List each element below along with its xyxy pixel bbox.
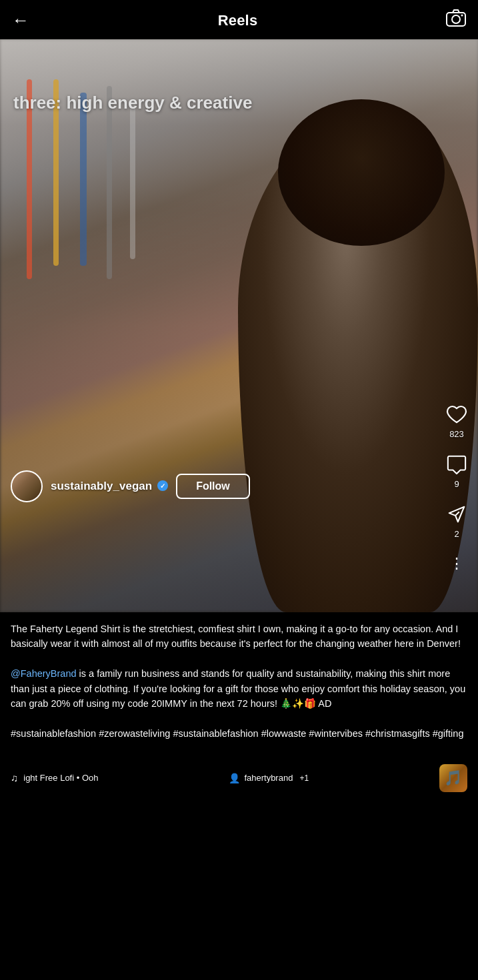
svg-point-1: [452, 15, 460, 23]
like-count: 823: [449, 429, 464, 439]
top-bar: ← Reels: [0, 0, 478, 39]
video-overlay-text: three: high energy & creative: [13, 93, 465, 113]
svg-line-3: [455, 512, 459, 516]
svg-point-2: [461, 15, 463, 17]
user-row: sustainably_vegan Follow: [11, 470, 425, 502]
comment-count: 9: [454, 479, 459, 489]
person-icon: 👤: [229, 773, 240, 783]
username: sustainably_vegan: [51, 480, 152, 493]
back-button[interactable]: ←: [12, 10, 29, 31]
music-note-icon: ♫: [11, 772, 18, 783]
page-title: Reels: [218, 12, 258, 29]
share-button[interactable]: [445, 502, 469, 526]
action-buttons: 823 9 2 ⋮: [445, 402, 469, 572]
music-info[interactable]: ♫ ight Free Lofi • Ooh: [11, 772, 98, 783]
plus-badge: +1: [299, 773, 309, 783]
caption-mention[interactable]: @FaheryBrand: [11, 668, 77, 679]
avatar[interactable]: [11, 470, 43, 502]
more-button[interactable]: ⋮: [449, 555, 464, 572]
verified-icon: [157, 480, 168, 491]
share-action[interactable]: 2: [445, 502, 469, 539]
caption-line2-rest: is a family run business and stands for …: [11, 668, 465, 709]
caption-text: The Faherty Legend Shirt is the stretchi…: [11, 622, 467, 741]
share-count: 2: [454, 529, 459, 539]
content-area: The Faherty Legend Shirt is the stretchi…: [0, 612, 478, 757]
caption-line1: The Faherty Legend Shirt is the stretchi…: [11, 624, 461, 649]
music-collab[interactable]: 👤 fahertybrand +1: [229, 773, 309, 783]
comment-button[interactable]: [445, 452, 469, 476]
like-button[interactable]: [445, 402, 469, 426]
video-area[interactable]: three: high energy & creative sustainabl…: [0, 39, 478, 612]
music-track: ight Free Lofi • Ooh: [23, 773, 98, 783]
more-action[interactable]: ⋮: [449, 552, 464, 572]
music-album-art[interactable]: 🎵: [439, 764, 467, 792]
music-bar: ♫ ight Free Lofi • Ooh 👤 fahertybrand +1…: [0, 757, 478, 799]
comment-action[interactable]: 9: [445, 452, 469, 489]
caption-hashtags: #sustainablefashion #zerowasteliving #su…: [11, 728, 463, 739]
collab-name: fahertybrand: [244, 773, 293, 783]
like-action[interactable]: 823: [445, 402, 469, 439]
camera-button[interactable]: [446, 9, 466, 31]
follow-button[interactable]: Follow: [176, 474, 250, 499]
